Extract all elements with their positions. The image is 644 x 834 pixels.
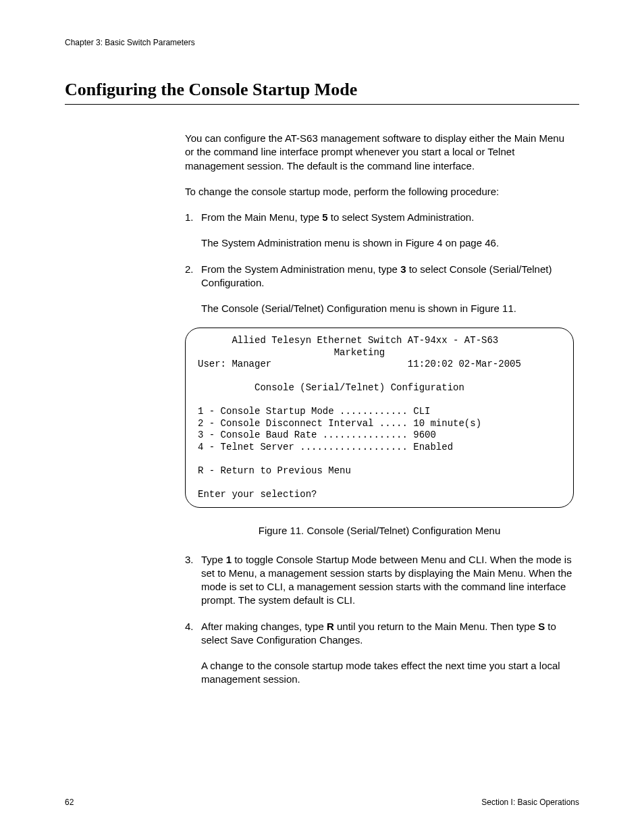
main-content: You can configure the AT-S63 management …: [185, 132, 574, 687]
step-text: to select System Administration.: [328, 211, 475, 223]
step-3: 3. Type 1 to toggle Console Startup Mode…: [185, 553, 574, 608]
section-label: Section I: Basic Operations: [481, 798, 579, 807]
terminal-line: Console (Serial/Telnet) Configuration: [198, 382, 464, 393]
chapter-header: Chapter 3: Basic Switch Parameters: [65, 38, 579, 47]
step-4: 4. After making changes, type R until yo…: [185, 620, 574, 687]
step-2: 2. From the System Administration menu, …: [185, 263, 574, 316]
step-text: After making changes, type: [201, 621, 327, 632]
terminal-line: 1 - Console Startup Mode ............ CL…: [198, 406, 430, 417]
figure-caption: Figure 11. Console (Serial/Telnet) Confi…: [185, 524, 574, 538]
terminal-output: Allied Telesyn Ethernet Switch AT-94xx -…: [185, 328, 574, 508]
intro-paragraph-2: To change the console startup mode, perf…: [185, 185, 574, 199]
terminal-line: User: Manager 11:20:02 02-Mar-2005: [198, 359, 521, 369]
section-title: Configuring the Console Startup Mode: [65, 80, 579, 100]
step-number: 4.: [185, 620, 201, 687]
terminal-line: 4 - Telnet Server ................... En…: [198, 442, 453, 452]
step-text: Type: [201, 554, 226, 565]
step-number: 3.: [185, 553, 201, 608]
step-text: to toggle Console Startup Mode between M…: [201, 554, 572, 606]
intro-paragraph-1: You can configure the AT-S63 management …: [185, 132, 574, 173]
step-subtext: The Console (Serial/Telnet) Configuratio…: [201, 302, 574, 315]
step-key: S: [538, 621, 545, 632]
terminal-line: Marketing: [198, 347, 385, 358]
step-number: 2.: [185, 263, 201, 316]
step-text: From the System Administration menu, typ…: [201, 263, 400, 275]
step-key: 1: [226, 554, 232, 565]
step-key: R: [327, 621, 334, 632]
terminal-line: 2 - Console Disconnect Interval ..... 10…: [198, 418, 481, 429]
terminal-line: Allied Telesyn Ethernet Switch AT-94xx -…: [198, 335, 498, 346]
step-text: From the Main Menu, type: [201, 211, 322, 223]
step-number: 1.: [185, 211, 201, 251]
procedure-steps: 1. From the Main Menu, type 5 to select …: [185, 211, 574, 315]
page-number: 62: [65, 798, 74, 807]
terminal-line: R - Return to Previous Menu: [198, 465, 351, 476]
step-subtext: A change to the console startup mode tak…: [201, 659, 574, 687]
step-text: until you return to the Main Menu. Then …: [334, 621, 538, 632]
title-rule: [65, 104, 579, 105]
page-footer: 62 Section I: Basic Operations: [65, 798, 579, 807]
step-subtext: The System Administration menu is shown …: [201, 236, 574, 250]
procedure-steps-continued: 3. Type 1 to toggle Console Startup Mode…: [185, 553, 574, 687]
terminal-line: Enter your selection?: [198, 489, 317, 500]
step-key: 5: [322, 211, 327, 223]
terminal-line: 3 - Console Baud Rate ............... 96…: [198, 429, 436, 440]
step-1: 1. From the Main Menu, type 5 to select …: [185, 211, 574, 251]
